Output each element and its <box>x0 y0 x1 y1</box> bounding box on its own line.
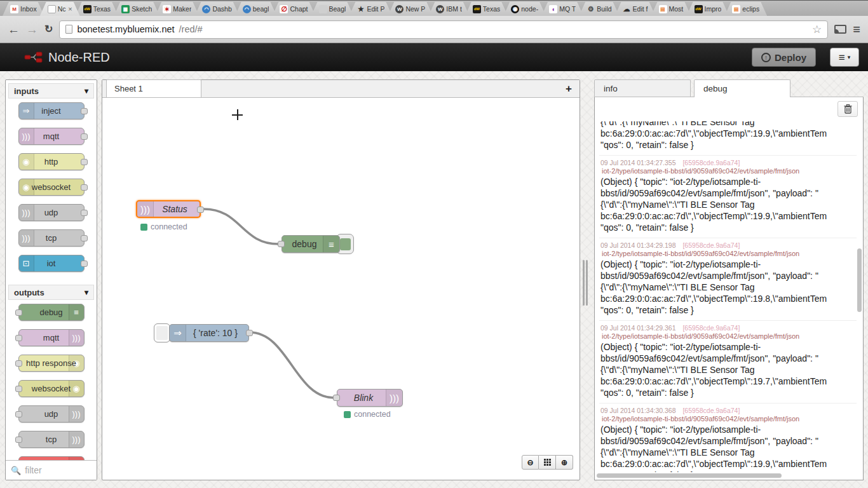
palette-category-inputs[interactable]: inputs ▾ <box>8 83 94 98</box>
palette-node[interactable]: ◉ websocket <box>18 179 85 196</box>
palette-node[interactable]: ))) udp <box>18 204 85 221</box>
browser-tab[interactable]: Impro <box>687 2 729 16</box>
reload-icon[interactable]: ↻ <box>44 24 53 34</box>
browser-tab[interactable]: node- <box>503 2 546 16</box>
browser-tab[interactable]: Beagl <box>311 2 354 16</box>
node-output-port[interactable] <box>81 159 88 165</box>
palette-node[interactable]: ◉ http <box>18 153 85 170</box>
palette-node[interactable]: ≡ debug <box>18 304 85 321</box>
node-input-port[interactable] <box>15 335 22 341</box>
tab-debug[interactable]: debug <box>694 79 790 97</box>
bookmark-star-icon[interactable]: ☆ <box>812 23 822 36</box>
node-output-port[interactable] <box>81 133 88 140</box>
node-input-port[interactable] <box>333 395 340 401</box>
tab-info[interactable]: info <box>594 79 691 97</box>
deploy-button[interactable]: ↑ Deploy <box>752 48 816 67</box>
cast-icon[interactable] <box>834 25 846 34</box>
wire-status-to-debug[interactable] <box>204 209 278 244</box>
palette-node-label: websocket <box>22 179 81 195</box>
palette-scroll[interactable]: inputs ▾ ⇒ inject ))) mqtt <box>6 80 97 460</box>
node-inject-rate[interactable]: ⇒ { 'rate': 10 } <box>169 324 249 342</box>
zoom-out-button[interactable]: ⊖ <box>522 455 539 470</box>
add-sheet-button[interactable]: + <box>558 83 580 95</box>
browser-tab[interactable]: Texas <box>76 2 118 16</box>
node-palette: inputs ▾ ⇒ inject ))) mqtt <box>5 79 97 480</box>
message-meta: 09 Jul 2014 01:34:30.368 [65958cde.9a6a7… <box>600 407 855 415</box>
node-debug[interactable]: ≡ debug <box>281 235 340 253</box>
node-input-port[interactable] <box>15 309 22 316</box>
node-blink[interactable]: ))) Blink <box>337 389 403 407</box>
browser-tab[interactable]: beagl <box>235 2 277 16</box>
caret-down-icon: ▾ <box>848 54 851 60</box>
node-output-port[interactable] <box>246 330 253 336</box>
node-input-port[interactable] <box>15 386 22 392</box>
browser-tab[interactable]: Nc × <box>40 2 80 16</box>
browser-tab[interactable]: Maker <box>155 2 199 16</box>
address-bar[interactable]: bonetest.mybluemix.net /red/# ☆ <box>59 20 828 39</box>
sheet-tab[interactable]: Sheet 1 <box>106 79 201 97</box>
browser-tab[interactable]: IBM t <box>428 2 470 16</box>
tab-close-icon[interactable]: × <box>68 5 72 13</box>
palette-node[interactable]: ))) tcp <box>18 229 85 247</box>
zoom-reset-grid-button[interactable] <box>539 455 556 470</box>
browser-tab[interactable]: Most <box>651 2 691 16</box>
vertical-scrollbar[interactable] <box>857 248 862 312</box>
main-menu-button[interactable]: ≡ ▾ <box>830 48 859 67</box>
palette-node[interactable]: ◉ websocket <box>18 380 85 397</box>
flow-canvas[interactable]: ))) Status connected ≡ debug ⇒ { 'rat <box>102 98 580 480</box>
back-icon[interactable]: ← <box>8 24 20 36</box>
browser-menu-icon[interactable]: ≡ <box>853 23 860 36</box>
node-output-port[interactable] <box>81 261 88 267</box>
node-input-port[interactable] <box>15 360 22 367</box>
browser-tab[interactable]: MQ T <box>541 2 583 16</box>
message-timestamp: 09 Jul 2014 01:34:27.355 <box>600 159 676 166</box>
palette-node-label: iot <box>22 255 81 271</box>
browser-tab[interactable]: eclips <box>724 2 767 16</box>
inject-button[interactable] <box>154 323 170 342</box>
node-input-port[interactable] <box>15 411 22 417</box>
browser-tab[interactable]: Sketch <box>114 2 159 16</box>
browser-toolbar: ← → ↻ bonetest.mybluemix.net /red/# ☆ ≡ <box>0 16 868 43</box>
browser-tab[interactable]: Chapt <box>272 2 315 16</box>
node-status[interactable]: ))) Status <box>136 200 201 218</box>
panel-resize-grip[interactable] <box>583 260 588 306</box>
browser-tab[interactable]: Texas <box>465 2 508 16</box>
palette-node[interactable]: ))) tcp <box>18 431 85 448</box>
page-title: Node-RED <box>48 50 110 65</box>
filter-input[interactable] <box>25 465 88 475</box>
palette-node[interactable]: ))) mqtt <box>18 128 85 145</box>
browser-tab[interactable]: Dashb <box>194 2 239 16</box>
browser-tab[interactable]: Inbox <box>3 2 44 16</box>
node-output-port[interactable] <box>81 184 88 191</box>
palette-node-label: websocket <box>22 381 81 396</box>
message-body: (Object) { "topic": "iot-2/type/iotsampl… <box>600 424 855 472</box>
palette-node-label: tcp <box>22 431 81 447</box>
node-label: { 'rate': 10 } <box>186 325 245 341</box>
node-output-port[interactable] <box>81 108 88 114</box>
tab-favicon <box>319 5 327 13</box>
palette-node[interactable]: ⊡ iot <box>18 255 85 272</box>
clear-debug-button[interactable] <box>837 101 858 117</box>
zoom-in-button[interactable]: ⊕ <box>556 455 573 470</box>
palette-node[interactable]: ⇒ inject <box>18 102 85 119</box>
node-output-port[interactable] <box>197 207 204 213</box>
node-output-port[interactable] <box>81 235 88 241</box>
node-output-port[interactable] <box>81 210 88 216</box>
debug-message-list[interactable]: (Object) { "topic": "iot-2/type/iotsampl… <box>599 121 857 472</box>
horizontal-scrollbar[interactable] <box>597 473 782 478</box>
browser-tab[interactable]: New P <box>388 2 433 16</box>
forward-icon[interactable]: → <box>26 24 38 36</box>
browser-tab[interactable]: Edit f <box>615 2 656 16</box>
flow-editor: Sheet 1 + ))) Status connected <box>102 79 580 480</box>
palette-node[interactable]: ))) udp <box>18 405 85 423</box>
browser-tab[interactable]: Edit P <box>349 2 392 16</box>
node-input-port[interactable] <box>15 437 22 443</box>
debug-message: 09 Jul 2014 01:34:30.368 [65958cde.9a6a7… <box>599 403 857 472</box>
palette-node-label: mqtt <box>22 330 81 346</box>
browser-tab[interactable]: Build <box>579 2 619 16</box>
palette-node[interactable]: ◉ http response <box>18 355 85 372</box>
palette-node[interactable]: ))) mqtt <box>18 329 85 346</box>
node-input-port[interactable] <box>278 241 285 247</box>
wire-inject-to-blink[interactable] <box>250 332 334 398</box>
palette-category-outputs[interactable]: outputs ▾ <box>8 285 94 300</box>
